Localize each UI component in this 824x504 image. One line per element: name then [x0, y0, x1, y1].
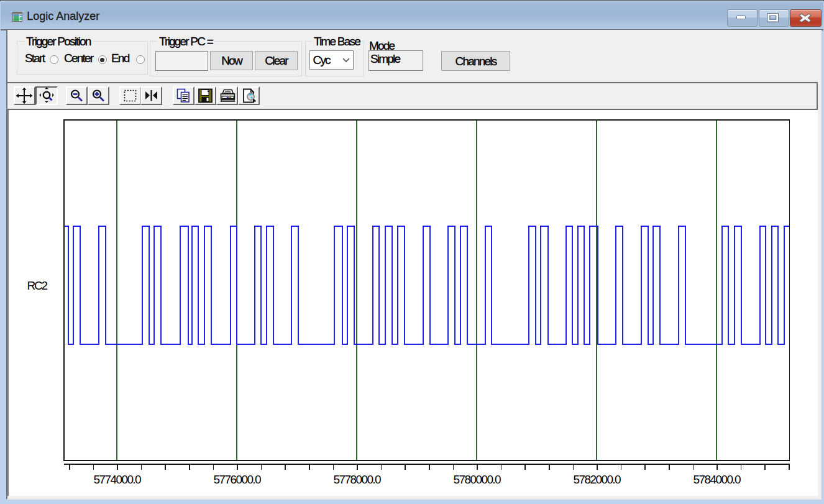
svg-text:5782000.0: 5782000.0 [574, 473, 621, 486]
svg-text:5778000.0: 5778000.0 [334, 473, 381, 486]
svg-text:5780000.0: 5780000.0 [454, 473, 501, 486]
svg-text:5776000.0: 5776000.0 [214, 473, 261, 486]
svg-text:5774000.0: 5774000.0 [94, 473, 141, 486]
svg-text:5784000.0: 5784000.0 [694, 473, 741, 486]
svg-text:RC2: RC2 [27, 279, 48, 292]
